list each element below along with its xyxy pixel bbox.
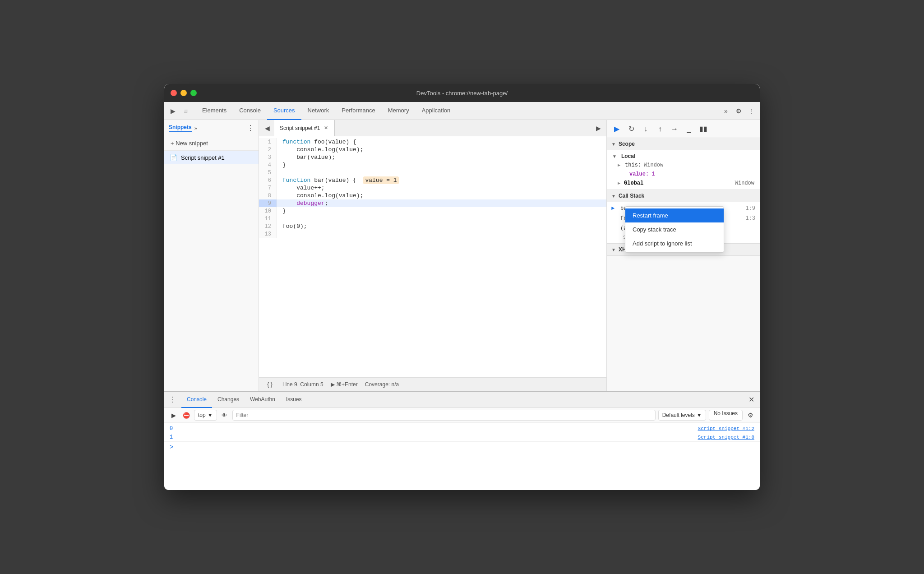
top-selector[interactable]: top ▼ <box>194 410 217 421</box>
code-line-9: 9 debugger; <box>259 199 606 207</box>
resume-button[interactable]: ▶ <box>610 123 623 135</box>
scope-section: ▼ Scope ▼ Local ▶ this: Window <box>607 138 760 190</box>
console-line-src-1[interactable]: Script snippet #1:8 <box>698 435 754 440</box>
code-line-4: 4 } <box>259 161 606 169</box>
tab-console-bottom[interactable]: Console <box>181 392 212 408</box>
run-hint: ▶ ⌘+Enter <box>331 381 358 388</box>
bottom-close-icon[interactable]: ✕ <box>746 395 756 405</box>
console-line-0: 0 Script snippet #1:2 <box>164 425 760 433</box>
code-line-11: 11 <box>259 215 606 222</box>
scope-this-item: ▶ this: Window <box>607 161 760 170</box>
console-settings-icon[interactable]: ⚙ <box>745 410 755 420</box>
bottom-more-icon[interactable]: ⋮ <box>168 395 178 405</box>
settings-icon[interactable]: ⚙ <box>734 106 744 116</box>
code-line-7: 7 value++; <box>259 184 606 192</box>
console-line-src-0[interactable]: Script snippet #1:2 <box>698 426 754 431</box>
step-over-button[interactable]: ↻ <box>625 123 638 135</box>
cursor-icon[interactable]: ▶ <box>168 106 178 116</box>
tab-changes[interactable]: Changes <box>212 392 245 408</box>
tab-application[interactable]: Application <box>416 102 457 120</box>
context-menu-add-to-ignore[interactable]: Add script to ignore list <box>625 236 724 250</box>
call-stack-arrow-icon: ► <box>611 205 618 212</box>
more-options-icon[interactable]: ⋮ <box>746 106 756 116</box>
deactivate-breakpoints-button[interactable]: ⎯ <box>683 123 695 135</box>
context-menu-copy-stack-trace[interactable]: Copy stack trace <box>625 222 724 236</box>
title-bar-buttons <box>171 90 197 96</box>
tab-memory[interactable]: Memory <box>382 102 416 120</box>
cursor-position: Line 9, Column 5 <box>282 381 323 388</box>
editor-tabs-bar: ◀ Script snippet #1 ✕ ▶ <box>259 120 606 136</box>
local-scope-header[interactable]: ▼ Local <box>607 152 760 161</box>
debugger-toolbar: ▶ ↻ ↓ ↑ → ⎯ ▮▮ <box>607 120 760 138</box>
tab-webauthn[interactable]: WebAuthn <box>245 392 281 408</box>
filter-input[interactable] <box>232 410 656 421</box>
console-prompt[interactable]: > <box>164 442 760 453</box>
editor-tab-snippet1[interactable]: Script snippet #1 ✕ <box>274 120 335 136</box>
format-code-button[interactable]: { } <box>264 379 275 390</box>
local-chevron-icon: ▼ <box>612 154 617 159</box>
code-editor[interactable]: 1 function foo(value) { 2 console.log(va… <box>259 136 606 377</box>
editor-run-icon[interactable]: ▶ <box>593 123 604 134</box>
devtools-left-icons: ▶ ◽ <box>168 106 190 116</box>
snippets-tab-label[interactable]: Snippets <box>169 124 192 132</box>
no-issues-button[interactable]: No Issues <box>709 410 743 421</box>
global-expand-icon[interactable]: ▶ <box>618 181 620 186</box>
scope-section-header[interactable]: ▼ Scope <box>607 138 760 150</box>
tab-network[interactable]: Network <box>301 102 336 120</box>
code-line-1: 1 function foo(value) { <box>259 138 606 146</box>
maximize-button[interactable] <box>190 90 197 96</box>
more-tabs-icon[interactable]: » <box>721 106 731 116</box>
code-line-3: 3 bar(value); <box>259 153 606 161</box>
console-output: 0 Script snippet #1:2 1 Script snippet #… <box>164 423 760 490</box>
step-out-button[interactable]: ↑ <box>654 123 666 135</box>
snippet-name: Script snippet #1 <box>181 154 225 161</box>
console-output-value-0: 0 <box>170 426 183 432</box>
device-icon[interactable]: ◽ <box>180 106 190 116</box>
tab-console[interactable]: Console <box>233 102 267 120</box>
close-button[interactable] <box>171 90 177 96</box>
tab-performance[interactable]: Performance <box>335 102 381 120</box>
pause-on-exceptions-button[interactable]: ▮▮ <box>697 123 710 135</box>
context-menu-restart-frame[interactable]: Restart frame <box>625 208 724 222</box>
console-run-icon[interactable]: ▶ <box>169 410 179 420</box>
bottom-panel: ⋮ Console Changes WebAuthn Issues ✕ ▶ ⛔ … <box>164 391 760 490</box>
window-title: DevTools - chrome://new-tab-page/ <box>416 90 508 97</box>
call-stack-section: ▼ Call Stack ► bar 1:9 foo 1:3 <box>607 190 760 244</box>
snippet-item-1[interactable]: 📄 Script snippet #1 <box>164 151 259 164</box>
console-output-value-1: 1 <box>170 434 183 440</box>
code-line-5: 5 <box>259 169 606 176</box>
sidebar-more-icon[interactable]: ⋮ <box>247 125 254 132</box>
code-lines: 1 function foo(value) { 2 console.log(va… <box>259 136 606 240</box>
eye-icon[interactable]: 👁 <box>220 410 230 420</box>
minimize-button[interactable] <box>180 90 187 96</box>
devtools-main-tabs: ▶ ◽ Elements Console Sources Network Per… <box>164 102 760 120</box>
step-button[interactable]: → <box>668 123 681 135</box>
scope-global-item[interactable]: ▶ Global Window <box>607 179 760 188</box>
sidebar-chevron-icon[interactable]: » <box>194 125 197 131</box>
context-menu: Restart frame Copy stack trace Add scrip… <box>625 206 724 253</box>
step-into-button[interactable]: ↓ <box>639 123 652 135</box>
editor-tab-close-icon[interactable]: ✕ <box>323 125 329 131</box>
scope-chevron-icon: ▼ <box>611 142 616 147</box>
editor-nav-back-icon[interactable]: ◀ <box>262 123 273 134</box>
tab-issues[interactable]: Issues <box>281 392 307 408</box>
top-selector-label: top <box>198 412 206 418</box>
call-stack-header[interactable]: ▼ Call Stack <box>607 190 760 202</box>
code-line-10: 10 } <box>259 207 606 215</box>
new-snippet-button[interactable]: + New snippet <box>164 136 259 151</box>
this-expand-icon[interactable]: ▶ <box>618 162 620 168</box>
bottom-tabs: ⋮ Console Changes WebAuthn Issues ✕ <box>164 392 760 408</box>
code-line-13: 13 <box>259 230 606 238</box>
scope-section-content: ▼ Local ▶ this: Window value: 1 <box>607 150 760 190</box>
console-block-icon[interactable]: ⛔ <box>181 410 191 420</box>
default-levels-button[interactable]: Default levels ▼ <box>658 410 706 421</box>
tab-sources[interactable]: Sources <box>267 102 301 120</box>
code-line-8: 8 console.log(value); <box>259 192 606 199</box>
call-stack-chevron-icon: ▼ <box>611 194 616 199</box>
code-line-12: 12 foo(0); <box>259 222 606 230</box>
top-selector-chevron-icon: ▼ <box>208 412 213 418</box>
tab-elements[interactable]: Elements <box>196 102 233 120</box>
code-line-2: 2 console.log(value); <box>259 146 606 153</box>
sidebar: Snippets » ⋮ + New snippet 📄 Script snip… <box>164 120 259 391</box>
sidebar-header: Snippets » ⋮ <box>164 120 259 136</box>
